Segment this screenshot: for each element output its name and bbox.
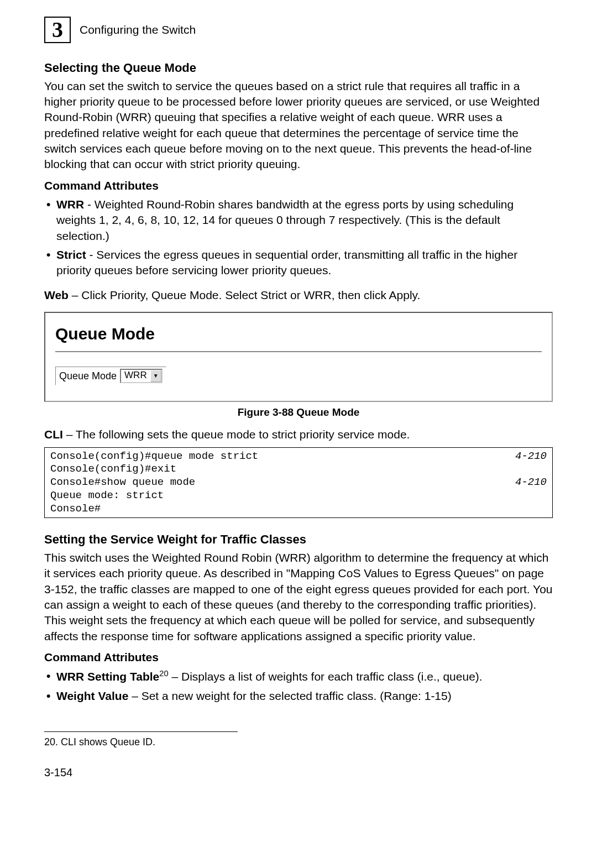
bullet-list: WRR Setting Table20 – Displays a list of… <box>44 668 553 704</box>
command-attributes-heading: Command Attributes <box>44 650 553 665</box>
figure-panel: Queue Mode Queue Mode WRR ▼ <box>44 312 553 402</box>
bullet-term: WRR <box>56 198 84 211</box>
web-instruction: Web – Click Priority, Queue Mode. Select… <box>44 287 553 303</box>
figure-caption: Figure 3-88 Queue Mode <box>44 405 553 420</box>
footnote-ref: 20 <box>159 669 168 678</box>
cli-text: Console#show queue mode <box>50 476 195 489</box>
chapter-title: Configuring the Switch <box>80 22 196 38</box>
list-item: WRR Setting Table20 – Displays a list of… <box>56 668 553 684</box>
bullet-term: Strict <box>56 248 86 261</box>
bullet-desc: - Weighted Round-Robin shares bandwidth … <box>56 198 514 242</box>
cli-text: Console(config)#exit <box>50 463 176 476</box>
chevron-down-icon[interactable]: ▼ <box>150 370 161 382</box>
queue-mode-row: Queue Mode WRR ▼ <box>55 367 166 385</box>
chapter-number-badge: 3 <box>44 17 71 43</box>
bullet-term: Weight Value <box>56 689 128 702</box>
bullet-desc: - Services the egress queues in sequenti… <box>56 248 517 276</box>
page-header: 3 Configuring the Switch <box>44 17 553 43</box>
cli-text: Queue mode: strict <box>50 489 164 503</box>
command-attributes-heading: Command Attributes <box>44 178 553 194</box>
figure-panel-title: Queue Mode <box>55 323 542 352</box>
web-text: – Click Priority, Queue Mode. Select Str… <box>69 289 420 301</box>
cli-text: Console# <box>50 503 101 516</box>
section-heading-service-weight: Setting the Service Weight for Traffic C… <box>44 531 553 548</box>
footnote-divider <box>44 731 238 732</box>
section-heading-queue-mode: Selecting the Queue Mode <box>44 60 553 76</box>
footnote-text: 20. CLI shows Queue ID. <box>44 735 553 749</box>
cli-intro: – The following sets the queue mode to s… <box>63 428 410 441</box>
web-label: Web <box>44 289 69 301</box>
queue-mode-label: Queue Mode <box>59 369 117 383</box>
cli-ref: 4-210 <box>515 450 547 463</box>
bullet-list: WRR - Weighted Round-Robin shares bandwi… <box>44 197 553 279</box>
dropdown-value: WRR <box>121 369 150 382</box>
cli-text: Console(config)#queue mode strict <box>50 450 258 463</box>
bullet-term: WRR Setting Table <box>56 670 159 683</box>
cli-row: Console(config)#queue mode strict 4-210 <box>50 450 547 463</box>
section-body: You can set the switch to service the qu… <box>44 79 553 172</box>
cli-instruction: CLI – The following sets the queue mode … <box>44 427 553 442</box>
cli-ref: 4-210 <box>515 476 547 489</box>
cli-row: Console(config)#exit <box>50 463 547 476</box>
bullet-desc: – Set a new weight for the selected traf… <box>128 689 451 702</box>
cli-output-box: Console(config)#queue mode strict 4-210 … <box>44 447 553 519</box>
cli-row: Console#show queue mode 4-210 <box>50 476 547 489</box>
queue-mode-dropdown[interactable]: WRR ▼ <box>120 369 163 383</box>
cli-label: CLI <box>44 428 63 441</box>
cli-row: Queue mode: strict <box>50 489 547 503</box>
list-item: WRR - Weighted Round-Robin shares bandwi… <box>56 197 553 244</box>
bullet-desc: – Displays a list of weights for each tr… <box>169 670 483 683</box>
cli-row: Console# <box>50 503 547 516</box>
list-item: Weight Value – Set a new weight for the … <box>56 688 553 704</box>
section-body: This switch uses the Weighted Round Robi… <box>44 550 553 644</box>
list-item: Strict - Services the egress queues in s… <box>56 247 553 279</box>
page-number: 3-154 <box>44 765 553 780</box>
